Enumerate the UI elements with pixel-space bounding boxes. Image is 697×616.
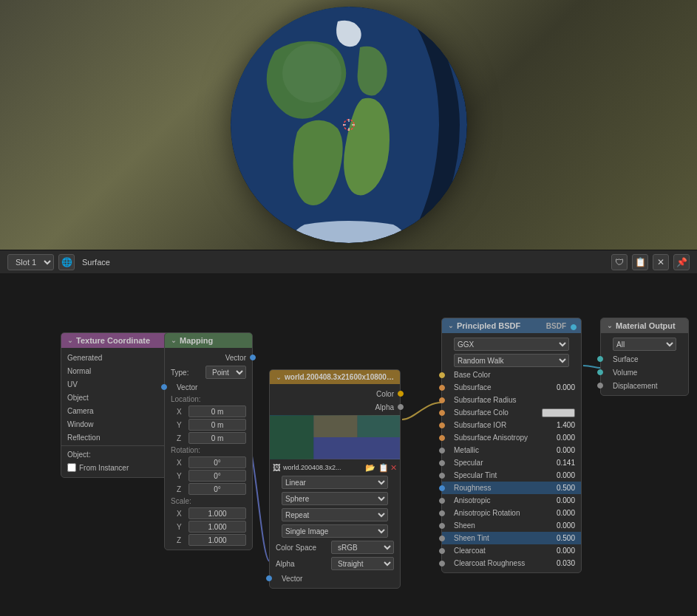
image-collapse[interactable]: ⌄ (276, 374, 282, 381)
material-all-row: All Cycles EEVEE (601, 336, 688, 352)
projection-select[interactable]: Flat Sphere Tube Box (282, 492, 388, 505)
bsdf-collapse[interactable]: ⌄ (448, 322, 454, 329)
clearcoat-roughness-value: 0.030 (545, 559, 575, 567)
aniso-rot-value: 0.000 (545, 509, 575, 517)
surface-label: Surface (613, 355, 682, 363)
alpha-row: Alpha Straight Premultiplied Channel Pac… (270, 555, 400, 572)
color-out-label: Color (276, 390, 394, 398)
base-color-row: Base Color (442, 369, 581, 381)
image-alpha-out: Alpha (270, 400, 400, 414)
bsdf-output-label: BSDF (546, 322, 566, 330)
extension-select[interactable]: Single Image (282, 524, 388, 538)
material-header[interactable]: ⌄ Material Output (601, 318, 688, 333)
scale-label: Scale: (165, 496, 252, 507)
mapping-type-row: Type: Point (165, 364, 252, 380)
alpha-select[interactable]: Straight Premultiplied Channel Packed No… (331, 557, 394, 570)
material-all-select[interactable]: All Cycles EEVEE (613, 338, 676, 351)
socket-bsdf-out (571, 324, 577, 330)
material-surface-row: Surface (601, 352, 688, 366)
subsurface-method-row: Burley Random Walk (442, 352, 581, 369)
loc-z-field[interactable] (188, 432, 246, 444)
from-instancer-checkbox[interactable] (67, 463, 76, 472)
vector-in-label: Vector (177, 383, 246, 391)
volume-label: Volume (613, 369, 682, 377)
image-type-icon[interactable]: 🖼 (273, 463, 281, 472)
repeat-row: Repeat Extend Clip (270, 507, 400, 523)
subsurface-color-label: Subsurface Colo (454, 408, 542, 417)
mapping-collapse[interactable]: ⌄ (171, 337, 177, 344)
viewport-3d[interactable]: Slot 1Slot 1Slot 2Slot 3 🌐 Surface 🛡 📋 ✕… (0, 0, 697, 273)
socket-subsurface-aniso (439, 435, 445, 441)
material-volume-row: Volume (601, 366, 688, 379)
tex-coord-title: Texture Coordinate (76, 336, 150, 345)
image-texture-node: ⌄ world.200408.3x21600x10800.jpg Color A… (269, 369, 401, 589)
bsdf-subsurface-aniso-row: Subsurface Anisotropy 0.000 (442, 431, 581, 444)
base-color-label: Base Color (454, 371, 575, 379)
clearcoat-value: 0.000 (545, 547, 575, 555)
unlink-icon[interactable]: ✕ (390, 463, 397, 473)
material-body: All Cycles EEVEE Surface Volume Displace… (601, 333, 688, 395)
socket-metallic (439, 448, 445, 454)
scale-y-field[interactable] (188, 521, 246, 533)
interpolation-select[interactable]: Linear Closest Cubic Smart (282, 476, 388, 489)
rot-x-row: X (165, 456, 252, 469)
loc-y-field[interactable] (188, 419, 246, 431)
material-collapse[interactable]: ⌄ (607, 322, 613, 329)
slot-select[interactable]: Slot 1Slot 1Slot 2Slot 3 (7, 254, 54, 270)
bsdf-header[interactable]: ⌄ Principled BSDF BSDF (442, 318, 581, 333)
metallic-label: Metallic (454, 446, 545, 454)
scale-x-field[interactable] (188, 507, 246, 519)
shield-icon[interactable]: 🛡 (611, 254, 628, 270)
specular-label: Specular (454, 459, 545, 467)
pin-icon[interactable]: 📌 (673, 254, 690, 270)
socket-sheen (439, 523, 445, 529)
extension-row: Single Image (270, 523, 400, 539)
socket-mapping-out (250, 355, 256, 360)
rot-z-label: Z (177, 485, 188, 493)
color-space-label: Color Space (276, 544, 331, 552)
scale-x-label: X (177, 510, 188, 518)
bsdf-clearcoat-roughness-row: Clearcoat Roughness 0.030 (442, 557, 581, 569)
loc-y-label: Y (177, 421, 188, 429)
image-header[interactable]: ⌄ world.200408.3x21600x10800.jpg (270, 370, 400, 384)
socket-subsurface-ior (439, 422, 445, 428)
mapping-body: Vector Type: Point Vector Location: X Y (165, 348, 252, 550)
subsurface-method-select[interactable]: Burley Random Walk (454, 354, 569, 367)
copy-icon[interactable]: 📋 (632, 254, 648, 270)
image-filename-row: 🖼 world.200408.3x2... 📂 📋 ✕ (270, 461, 400, 474)
tex-coord-collapse[interactable]: ⌄ (67, 337, 73, 344)
socket-aniso-rotation (439, 510, 445, 516)
image-preview (270, 415, 400, 459)
socket-clearcoat-roughness (439, 561, 445, 567)
repeat-select[interactable]: Repeat Extend Clip (282, 508, 388, 521)
loc-x-field[interactable] (188, 405, 246, 417)
scale-z-field[interactable] (188, 534, 246, 546)
socket-image-color (398, 391, 404, 397)
svg-point-1 (282, 44, 341, 103)
bsdf-subsurface-ior-row: Subsurface IOR 1.400 (442, 419, 581, 431)
metallic-value: 0.000 (545, 446, 575, 454)
rot-z-field[interactable] (188, 483, 246, 495)
subsurface-color-swatch[interactable] (542, 408, 575, 417)
browse-icon[interactable]: 📂 (365, 463, 375, 473)
socket-roughness (439, 485, 445, 491)
globe-icon[interactable]: 🌐 (58, 254, 75, 270)
rot-y-field[interactable] (188, 470, 246, 482)
socket-mapping-vector-in (161, 384, 167, 390)
color-space-select[interactable]: sRGB Linear Non-Color (331, 541, 394, 554)
svg-rect-11 (313, 415, 357, 437)
copy-data-icon[interactable]: 📋 (378, 463, 389, 473)
clearcoat-label: Clearcoat (454, 547, 545, 555)
rot-x-field[interactable] (188, 456, 246, 468)
socket-clearcoat (439, 548, 445, 554)
globe-preview (231, 7, 467, 243)
socket-image-alpha (398, 404, 404, 410)
socket-image-vector (266, 575, 272, 581)
type-select[interactable]: Point (205, 366, 246, 379)
loc-z-row: Z (165, 431, 252, 445)
close-icon[interactable]: ✕ (653, 254, 669, 270)
material-displacement-row: Displacement (601, 379, 688, 392)
rotation-label: Rotation: (165, 445, 252, 456)
mapping-header[interactable]: ⌄ Mapping (165, 333, 252, 348)
distribution-select[interactable]: GGX Multiscatter GGX (454, 338, 569, 351)
